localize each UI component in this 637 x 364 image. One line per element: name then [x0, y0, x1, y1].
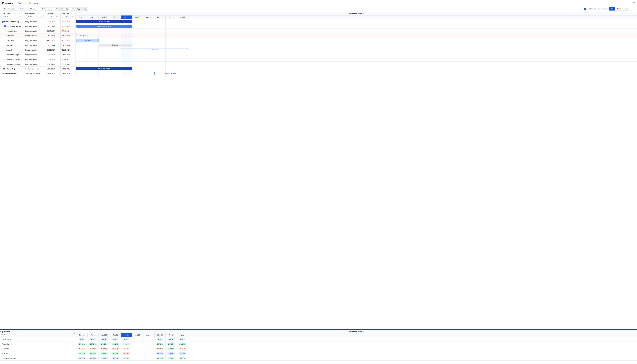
task-checkbox[interactable]: ✓: [2, 21, 4, 22]
resource-data-row-preparation: 20 / 24 h18 / 24 h24 / 24 h24 / 24 h24 /…: [76, 342, 637, 346]
resource-badge: 4 / 8 h: [101, 338, 107, 340]
task-end-date-pre-production: 07.10.2024: [60, 29, 76, 33]
task-row-metalcore: ›MetalCore ProjectArc bridge expansion25…: [0, 71, 76, 76]
department-search-input[interactable]: [1, 334, 14, 335]
resource-day-thu21: Thu 21: [110, 334, 121, 337]
resource-badge: 10 / 16 h: [78, 357, 86, 360]
gantt-bar-finalizing[interactable]: Finalizing: [98, 44, 132, 46]
hamburger-menu-icon[interactable]: ☰: [633, 2, 635, 4]
resource-cell-pre-production-7: 4 / 8 h: [154, 337, 166, 342]
resource-cell-installation-assembly-2: 10 / 16 h: [98, 356, 110, 360]
start-date-search-wrapper: 🔍: [47, 15, 59, 18]
end-date-search-input[interactable]: [63, 16, 71, 18]
app-header: Masterview Task view Resource view ☰: [0, 0, 637, 6]
gantt-bar-fab-stage4[interactable]: Components fabrication: [76, 25, 132, 28]
resource-badge: 18 / 24 h: [89, 343, 97, 345]
calendar-day-wed20: Wed 20: [98, 16, 110, 19]
department-search-wrapper: 🔍: [0, 333, 18, 336]
resource-cell-installation-assembly-7: 16 / 16 h: [154, 356, 166, 360]
gantt-bar-assembly[interactable]: Assembly: [121, 48, 188, 51]
settings-gear-icon[interactable]: ⚙: [73, 332, 75, 334]
resource-badge: 24 / 24 h: [100, 343, 108, 345]
resource-badge: 50 / 40 h: [100, 348, 108, 350]
resource-badge: 16 / 16 h: [167, 357, 175, 360]
calendar-day-mon18: Mon 18: [76, 16, 88, 19]
resource-cell-preparation-3: 24 / 24 h: [110, 342, 121, 346]
task-name-cell-steel-plant: ›Steel Plant Project: [0, 66, 24, 71]
task-name-cell-decking: ✓Decking and railing: [0, 19, 24, 24]
expand-icon[interactable]: ›: [4, 64, 4, 65]
calendar-day-thu21: Thu 21: [110, 16, 121, 19]
clients-filter[interactable]: Clients ▾: [19, 7, 28, 11]
resource-day-sat23: Sat 23: [132, 334, 143, 337]
incorrectly-planned-badge[interactable]: Incorrectly planned (1): [70, 7, 89, 10]
expand-icon[interactable]: ›: [4, 59, 4, 60]
task-row-fab-stage4: ✓Fabrication Stage 4Bridge expansion03.1…: [0, 24, 76, 29]
resource-cell-preparation-8: 24 / 24 h: [166, 342, 177, 346]
resource-cell-fabrication-8: 40 / 40 h: [166, 346, 177, 351]
resource-cell-installation-assembly-6: [143, 356, 154, 360]
task-name-cell-assembly: Assembly: [0, 48, 24, 52]
gantt-left-panel: Task name 🔍 Project name 🔍: [0, 12, 76, 329]
main-content: Task name 🔍 Project name 🔍: [0, 12, 637, 364]
task-start-date-decking: 01.07.2024: [46, 19, 60, 24]
expand-icon[interactable]: ›: [4, 54, 4, 56]
over-deadline-badge[interactable]: Over deadline (2): [54, 7, 69, 10]
expand-icon[interactable]: ›: [2, 73, 2, 74]
resource-cell-installation-assembly-5: [132, 356, 143, 360]
resource-cell-finalizing-4: 20 / 16 h: [121, 351, 132, 356]
tab-task-view[interactable]: Task view: [17, 1, 27, 5]
resource-badge: 16 / 16 h: [156, 357, 164, 360]
search-icon: 🔍: [20, 16, 21, 18]
tab-resource-view[interactable]: Resource view: [28, 1, 42, 5]
gantt-bar-row-pre-production: [76, 28, 637, 33]
project-manager-filter[interactable]: Project manager ▾: [2, 7, 18, 11]
week-view-button[interactable]: Week: [615, 7, 622, 10]
gantt-day-headers: Mon 18Tue 19Wed 20Thu 21Fri 22Sat 23Sun …: [76, 16, 637, 19]
task-project-cell-fab-stage3: Bridge expansion: [24, 62, 46, 66]
gantt-bar-steel-plant[interactable]: Steel Plant Project: [76, 67, 132, 70]
resource-badge: 40 / 40 h: [167, 348, 175, 350]
month-view-button[interactable]: Month: [622, 7, 630, 10]
task-row-decking: ✓Decking and railingBridge expansion01.0…: [0, 19, 76, 24]
chevron-down-icon: ▾: [37, 8, 38, 10]
department-label: Department: [0, 331, 18, 333]
resource-badge: 16 / 16 h: [178, 357, 186, 360]
resource-day-wed27: We...: [177, 334, 188, 337]
resource-cell-finalizing-2: 16 / 16 h: [98, 351, 110, 356]
day-view-button[interactable]: Day: [609, 7, 615, 10]
start-date-search-input[interactable]: [48, 16, 56, 18]
task-start-date-fabrication: 14.10.2024: [46, 38, 60, 43]
resource-data-row-finalizing: 16 / 16 h16 / 16 h16 / 16 h16 / 16 h20 /…: [76, 351, 637, 356]
resource-badge: 42 / 40 h: [156, 348, 164, 350]
chevron-down-icon: ▾: [16, 8, 16, 10]
resources-allocation-toggle-wrapper: Show resources allocation: [584, 8, 608, 10]
calendar-day-sat23: Sat 23: [132, 16, 143, 19]
gantt-bar-metalcore[interactable]: MetalCore Project: [154, 72, 188, 75]
task-start-date-steel-plant: 03.09.2024: [46, 66, 60, 71]
gantt-bar-decking[interactable]: Decking and railing: [76, 20, 132, 23]
task-search-input[interactable]: [3, 16, 19, 18]
resource-cell-fabrication-3: 60 / 40 h: [110, 346, 121, 351]
more-options-icon[interactable]: ⋮: [631, 8, 635, 10]
resource-cell-preparation-7: 24 / 24 h: [154, 342, 166, 346]
statuses-filter[interactable]: Statuses ▾: [29, 7, 39, 11]
resource-badge: 4 / 8 h: [157, 338, 163, 340]
resource-data-row-fabrication: 45 / 40 h45 / 40 h50 / 40 h60 / 40 h45 /…: [76, 346, 637, 351]
project-search-input[interactable]: [26, 16, 41, 18]
task-name-cell-preparation: Preparation: [0, 34, 24, 38]
calendar-day-tue26: Tue 26: [166, 16, 177, 19]
expand-icon[interactable]: ›: [2, 68, 2, 70]
task-end-date-fab-stage2: 30.08.2024: [60, 57, 76, 62]
unplanned-badge[interactable]: Unplanned (7): [40, 7, 53, 10]
gantt-bar-fabrication[interactable]: Fabrication: [76, 39, 98, 42]
gantt-bar-preparation[interactable]: Preparation: [76, 34, 88, 37]
resources-allocation-toggle[interactable]: [584, 8, 588, 10]
resource-cell-installation-assembly-3: 10 / 16 h: [110, 356, 121, 360]
resource-dept-label-wrapper: Department 🔍: [0, 331, 18, 336]
task-checkbox[interactable]: ✓: [4, 26, 6, 27]
resource-badge: 24 / 24 h: [156, 343, 164, 345]
resource-cell-preparation-1: 18 / 24 h: [88, 342, 98, 346]
task-start-date-pre-production: 03.10.2024: [46, 29, 60, 33]
task-project-cell-metalcore: Arc bridge expansion: [24, 71, 46, 76]
